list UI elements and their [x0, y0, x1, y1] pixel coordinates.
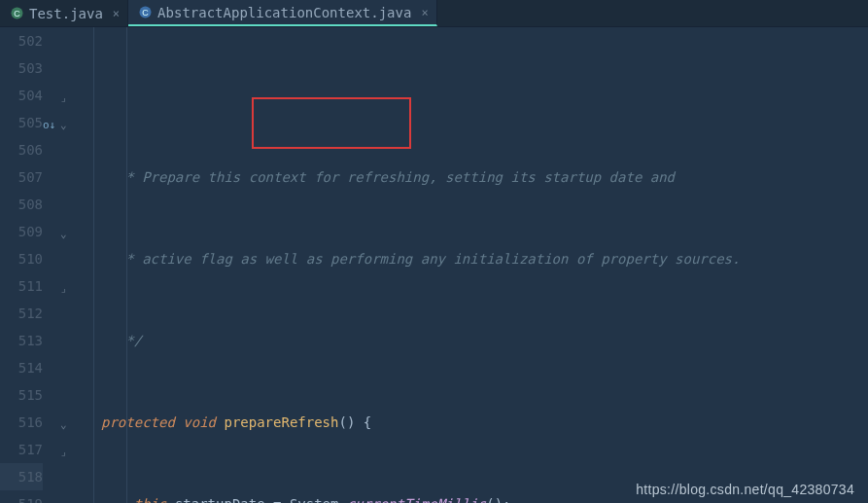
line-number-gutter: 5025035045055065075085095105115125135145… [0, 27, 54, 503]
line-number: 514 [0, 354, 43, 381]
close-icon[interactable]: × [113, 7, 120, 20]
highlight-box [252, 97, 411, 149]
line-number: 519 [0, 490, 43, 503]
tab-label: AbstractApplicationContext.java [157, 5, 411, 20]
line-number: 512 [0, 300, 43, 327]
code-area[interactable]: * Prepare this context for refreshing, s… [93, 27, 868, 503]
tab-test-java[interactable]: C Test.java × [0, 0, 128, 26]
line-number: 506 [0, 136, 43, 163]
class-icon: C [138, 6, 152, 19]
line-number: 518 [0, 463, 43, 490]
fold-end-icon[interactable]: ⌟ [60, 85, 67, 112]
fold-end-icon[interactable]: ⌟ [60, 439, 67, 466]
fold-start-icon[interactable]: ⌄ [60, 221, 67, 248]
line-number: 511 [0, 272, 43, 300]
line-number: 508 [0, 191, 43, 218]
svg-text:C: C [142, 8, 149, 18]
fold-start-icon[interactable]: ⌄ [60, 112, 67, 139]
line-number: 510 [0, 245, 43, 272]
class-icon: C [10, 7, 23, 20]
close-icon[interactable]: × [421, 6, 428, 19]
method-name: prepareRefresh [224, 414, 338, 430]
line-number: 502 [0, 27, 43, 54]
code-editor[interactable]: 5025035045055065075085095105115125135145… [0, 27, 868, 503]
line-number: 503 [0, 54, 43, 82]
watermark-text: https://blog.csdn.net/qq_42380734 [636, 482, 854, 497]
tab-label: Test.java [29, 6, 103, 21]
line-number: 505 [0, 109, 43, 136]
line-number: 504 [0, 82, 43, 109]
line-number: 516 [0, 409, 43, 436]
fold-gutter: ⌟ o↓ ⌄ ⌄ ⌟ ⌄ ⌟ ⌟ [54, 27, 93, 503]
fold-start-icon[interactable]: ⌄ [60, 412, 67, 439]
line-number: 515 [0, 381, 43, 409]
tab-abstract-application-context[interactable]: C AbstractApplicationContext.java × [128, 0, 437, 26]
line-number: 517 [0, 436, 43, 463]
fold-end-icon[interactable]: ⌟ [60, 492, 67, 503]
editor-tabs: C Test.java × C AbstractApplicationConte… [0, 0, 868, 27]
override-icon[interactable]: o↓ [43, 112, 55, 139]
fold-end-icon[interactable]: ⌟ [60, 275, 67, 303]
svg-text:C: C [14, 9, 20, 18]
line-number: 507 [0, 163, 43, 191]
line-number: 509 [0, 218, 43, 245]
line-number: 513 [0, 327, 43, 354]
